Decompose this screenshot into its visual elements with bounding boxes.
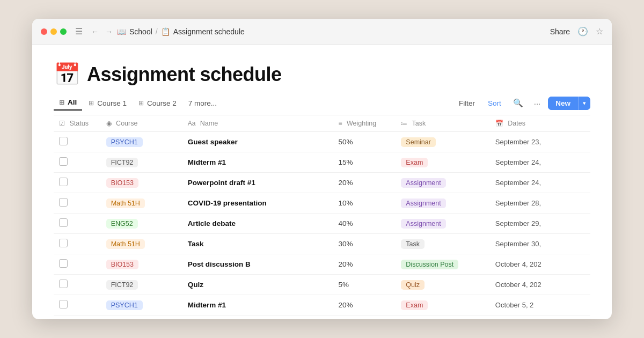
cell-name-2: Powerpoint draft #1 [182, 173, 333, 193]
cell-status-8 [54, 295, 101, 315]
assignment-name-6[interactable]: Post discussion B [188, 260, 251, 268]
cell-dates-1: September 24, [490, 152, 590, 173]
close-button[interactable] [41, 28, 47, 35]
col-header-task: ≔ Task [396, 115, 489, 132]
cell-weight-2: 20% [333, 173, 396, 193]
task-badge-7[interactable]: Quiz [401, 280, 425, 290]
task-badge-0[interactable]: Seminar [401, 137, 436, 147]
col-name-label: Name [200, 120, 218, 127]
task-col-icon: ≔ [401, 120, 407, 127]
sort-button[interactable]: Sort [484, 97, 506, 109]
cell-weight-5: 30% [333, 234, 396, 254]
tab-all-icon: ⊞ [59, 99, 64, 106]
tab-all[interactable]: ⊞ All [54, 95, 82, 111]
minimize-button[interactable] [50, 28, 57, 35]
task-badge-3[interactable]: Assignment [401, 199, 445, 208]
tab-more[interactable]: 7 more... [183, 97, 222, 110]
maximize-button[interactable] [60, 28, 67, 35]
date-value-7: October 4, 202 [495, 281, 541, 289]
course-badge-6[interactable]: BIO153 [106, 260, 138, 269]
course-badge-0[interactable]: PSYCH1 [106, 137, 143, 147]
tab-more-label: 7 more... [188, 99, 217, 107]
table-body: PSYCH1 Guest speaker 50% Seminar Septemb… [54, 132, 590, 315]
task-badge-8[interactable]: Exam [401, 300, 428, 310]
cell-status-0 [54, 132, 101, 152]
assignment-name-7[interactable]: Quiz [188, 281, 203, 289]
cell-name-1: Midterm #1 [182, 152, 333, 173]
assignment-name-4[interactable]: Article debate [188, 219, 236, 227]
date-value-8: October 5, 2 [495, 301, 534, 309]
task-badge-6[interactable]: Discussion Post [401, 260, 458, 269]
more-options-icon[interactable]: ··· [531, 97, 544, 110]
history-icon[interactable]: 🕐 [577, 26, 588, 36]
assignment-name-5[interactable]: Task [188, 240, 204, 248]
course-badge-2[interactable]: BIO153 [106, 178, 138, 188]
date-value-1: September 24, [495, 158, 541, 166]
course-badge-1[interactable]: FICT92 [106, 158, 138, 167]
filter-button[interactable]: Filter [455, 97, 479, 109]
task-badge-2[interactable]: Assignment [401, 178, 445, 188]
cell-status-4 [54, 214, 101, 234]
breadcrumb-school-label[interactable]: School [129, 27, 152, 36]
course-badge-3[interactable]: Math 51H [106, 199, 145, 208]
table-row: FICT92 Quiz 5% Quiz October 4, 202 [54, 275, 590, 295]
app-window: ☰ ← → 📖 School / 📋 Assignment schedule S… [32, 19, 612, 319]
task-badge-4[interactable]: Assignment [401, 219, 445, 229]
weight-value-3: 10% [338, 199, 353, 207]
cell-weight-7: 5% [333, 275, 396, 295]
assignment-name-3[interactable]: COVID-19 presentation [188, 199, 267, 207]
checkbox-3[interactable] [59, 198, 68, 207]
forward-button[interactable]: → [103, 26, 115, 37]
col-header-name: Aa Name [182, 115, 333, 132]
table-container: ☑ Status ◉ Course Aa Name ≡ [54, 115, 590, 319]
menu-icon[interactable]: ☰ [75, 26, 83, 36]
weight-value-4: 40% [338, 219, 353, 227]
checkbox-0[interactable] [59, 137, 68, 145]
checkbox-7[interactable] [59, 280, 68, 288]
share-button[interactable]: Share [550, 27, 570, 36]
checkbox-2[interactable] [59, 178, 68, 186]
course-badge-8[interactable]: PSYCH1 [106, 300, 143, 310]
breadcrumb-school-icon: 📖 [117, 27, 126, 36]
cell-course-0: PSYCH1 [101, 132, 182, 152]
date-value-3: September 28, [495, 199, 541, 207]
cell-course-8: PSYCH1 [101, 295, 182, 315]
breadcrumb-page-label[interactable]: Assignment schedule [173, 27, 245, 36]
assignment-name-2[interactable]: Powerpoint draft #1 [188, 179, 255, 187]
tab-course1[interactable]: ⊞ Course 1 [83, 97, 132, 110]
checkbox-6[interactable] [59, 259, 68, 268]
assignment-name-8[interactable]: Midterm #1 [188, 301, 226, 309]
table-header-row: ☑ Status ◉ Course Aa Name ≡ [54, 115, 590, 132]
cell-status-5 [54, 234, 101, 254]
cell-weight-8: 20% [333, 295, 396, 315]
tab-course2[interactable]: ⊞ Course 2 [133, 97, 182, 110]
cell-weight-3: 10% [333, 193, 396, 214]
cell-task-6: Discussion Post [396, 254, 489, 275]
course-badge-5[interactable]: Math 51H [106, 239, 145, 249]
checkbox-5[interactable] [59, 239, 68, 247]
task-badge-1[interactable]: Exam [401, 158, 428, 167]
task-badge-5[interactable]: Task [401, 239, 425, 249]
new-button-caret[interactable]: ▾ [578, 97, 590, 110]
assignment-name-1[interactable]: Midterm #1 [188, 158, 226, 166]
cell-name-0: Guest speaker [182, 132, 333, 152]
table-row: PSYCH1 Midterm #1 20% Exam October 5, 2 [54, 295, 590, 315]
traffic-lights [41, 28, 67, 35]
checkbox-8[interactable] [59, 300, 68, 308]
new-button[interactable]: New [548, 97, 578, 110]
weight-value-8: 20% [338, 301, 353, 309]
breadcrumb: 📖 School / 📋 Assignment schedule [117, 27, 550, 36]
checkbox-4[interactable] [59, 218, 68, 227]
search-icon[interactable]: 🔍 [510, 96, 526, 110]
back-button[interactable]: ← [89, 26, 101, 37]
course-badge-4[interactable]: ENG52 [106, 219, 138, 229]
assignment-name-0[interactable]: Guest speaker [188, 138, 238, 146]
course-badge-7[interactable]: FICT92 [106, 280, 138, 290]
breadcrumb-separator: / [156, 27, 158, 36]
table-row: PSYCH1 Guest speaker 50% Seminar Septemb… [54, 132, 590, 152]
new-button-group: New ▾ [548, 97, 590, 110]
checkbox-1[interactable] [59, 157, 68, 166]
star-icon[interactable]: ☆ [596, 26, 603, 36]
weight-value-6: 20% [338, 260, 353, 268]
date-value-0: September 23, [495, 138, 541, 146]
